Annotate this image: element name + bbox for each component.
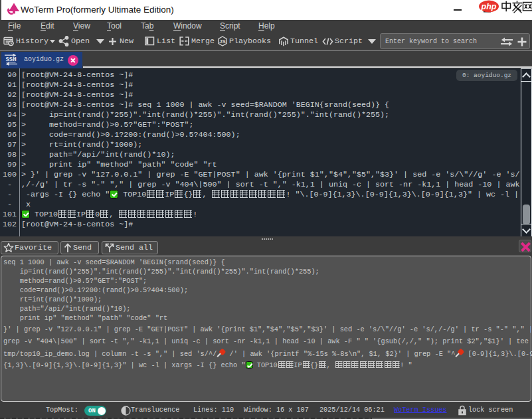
svg-text:JS: JS (219, 39, 226, 44)
svg-text:php: php (481, 2, 497, 11)
